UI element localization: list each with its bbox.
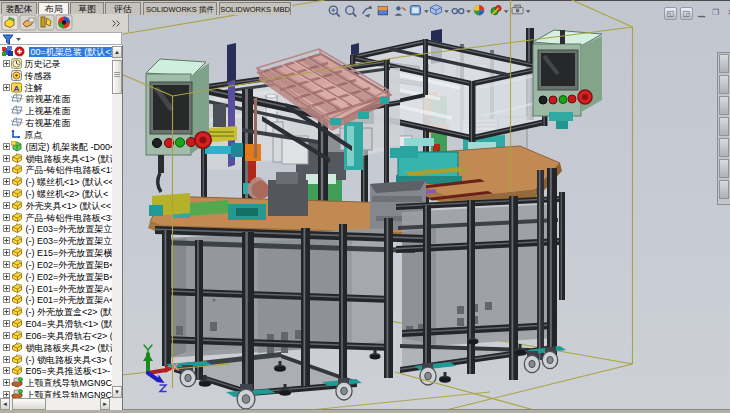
svg-text:A: A xyxy=(14,83,20,92)
